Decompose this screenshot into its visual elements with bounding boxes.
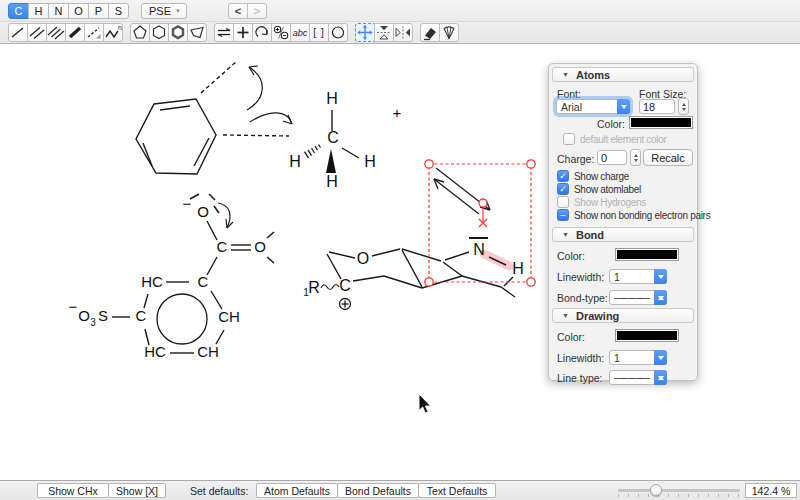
rotation-handle[interactable]	[479, 199, 487, 227]
benzoate-structure[interactable]: HC C CH CH HC C − O 3 S C O O −	[69, 194, 274, 360]
show-x-button[interactable]: Show [X]	[108, 483, 166, 498]
inspector-panel: ▼ Atoms Font: Font Size: Arial Color: de…	[548, 63, 698, 381]
show-atomlabel-label: Show atomlabel	[574, 184, 641, 195]
atom-label-o[interactable]: O	[254, 238, 266, 255]
atom-label-n[interactable]: N	[473, 241, 485, 258]
hashed-wedge-bond	[305, 145, 321, 159]
selection-handle[interactable]	[425, 278, 433, 286]
drawing-linewidth-select[interactable]: 1	[609, 350, 667, 365]
atom-label-h[interactable]: H	[512, 260, 524, 277]
zoom-slider-thumb[interactable]	[650, 484, 662, 496]
bond-linewidth-select[interactable]: 1	[609, 269, 667, 284]
show-chx-button[interactable]: Show CHx	[37, 483, 109, 498]
atom-label-o[interactable]: O	[197, 203, 209, 220]
atom-label-c[interactable]: C	[217, 238, 228, 255]
wavy-bond	[321, 285, 339, 290]
atom-label-o[interactable]: O	[78, 307, 90, 324]
show-atomlabel-checkbox[interactable]: ✓	[557, 183, 569, 195]
chevron-down-icon	[654, 350, 667, 365]
chair-structure[interactable]: O N H C 1 R	[303, 238, 524, 310]
disclosure-triangle-icon: ▼	[562, 231, 569, 238]
solid-wedge-bond	[326, 149, 336, 173]
bond-type-value: ————	[610, 292, 654, 303]
atom-color-label: Color:	[597, 118, 625, 130]
atom-label-h[interactable]: H	[326, 90, 338, 107]
atom-label-c[interactable]: C	[198, 273, 209, 290]
zoom-slider-track[interactable]	[618, 489, 740, 492]
dashed-bond	[223, 135, 289, 136]
font-size-input[interactable]	[639, 99, 675, 114]
atom-label-ch[interactable]: CH	[197, 343, 219, 360]
bond-linewidth-value: 1	[610, 271, 654, 283]
line-type-value: ————	[610, 372, 654, 383]
atom-label-c[interactable]: C	[136, 307, 147, 324]
drawing-linewidth-label: Linewidth:	[557, 352, 604, 364]
curved-arrow	[247, 66, 262, 110]
subscript-3: 3	[90, 317, 96, 328]
atom-label-h[interactable]: H	[364, 153, 376, 170]
text-defaults-button[interactable]: Text Defaults	[418, 483, 496, 498]
bond-section-header[interactable]: ▼ Bond	[552, 227, 694, 242]
font-select[interactable]: Arial	[556, 99, 630, 114]
charge-label: Charge:	[557, 153, 594, 165]
benzene-structure[interactable]	[136, 61, 292, 174]
atom-color-swatch[interactable]	[629, 116, 693, 129]
disclosure-triangle-icon: ▼	[562, 71, 569, 78]
bond-color-label: Color:	[557, 250, 585, 262]
disclosure-triangle-icon: ▼	[562, 312, 569, 319]
app-window: C H N O P S PSE ▼ < >	[0, 0, 800, 500]
atom-label-ch[interactable]: CH	[218, 308, 240, 325]
set-defaults-label: Set defaults:	[190, 485, 248, 497]
charge-input[interactable]	[597, 150, 627, 165]
atom-label-c[interactable]: C	[339, 277, 351, 294]
bond-type-select[interactable]: ————	[609, 290, 667, 305]
atom-label-hc[interactable]: HC	[141, 273, 163, 290]
default-element-color-label: default element color	[580, 134, 667, 145]
drawing-section-header[interactable]: ▼ Drawing	[552, 308, 694, 323]
drawing-color-label: Color:	[557, 331, 585, 343]
bond-color-swatch[interactable]	[615, 248, 679, 261]
bond-defaults-button[interactable]: Bond Defaults	[337, 483, 419, 498]
font-size-stepper[interactable]	[678, 98, 689, 115]
show-lone-pairs-checkbox[interactable]: –	[557, 209, 569, 221]
r-group-label[interactable]: R	[308, 279, 320, 296]
atom-label-hc[interactable]: HC	[144, 343, 166, 360]
line-type-select[interactable]: ————	[609, 370, 667, 385]
methane-structure[interactable]: C H H H H	[289, 90, 376, 190]
aromatic-circle	[157, 294, 207, 344]
atom-label-h[interactable]: H	[326, 173, 338, 190]
zoom-value[interactable]: 142.4 %	[745, 483, 797, 498]
show-charge-checkbox[interactable]: ✓	[557, 170, 569, 182]
plus-sign[interactable]: +	[393, 104, 402, 121]
bond-linewidth-label: Linewidth:	[557, 271, 604, 283]
drawing-section-title: Drawing	[576, 310, 619, 322]
selection-handle[interactable]	[527, 160, 535, 168]
line-type-label: Line type:	[557, 372, 603, 384]
show-hydrogens-checkbox[interactable]	[557, 196, 569, 208]
atom-label-c[interactable]: C	[327, 129, 339, 146]
status-bar: Show CHx Show [X] Set defaults: Atom Def…	[0, 480, 800, 500]
dashed-bond	[201, 61, 237, 93]
show-charge-label: Show charge	[574, 171, 629, 182]
charge-stepper[interactable]	[630, 149, 641, 166]
curved-arrow	[218, 203, 233, 228]
atom-label-h[interactable]: H	[289, 153, 301, 170]
chevron-down-icon	[617, 99, 630, 114]
drawing-linewidth-value: 1	[610, 352, 654, 364]
bond-type-label: Bond-type:	[557, 292, 608, 304]
selection-handle[interactable]	[425, 160, 433, 168]
atom-label-s[interactable]: S	[98, 307, 108, 324]
atom-label-o[interactable]: O	[357, 250, 369, 267]
positive-charge-icon	[340, 299, 351, 310]
selection-handle[interactable]	[527, 278, 535, 286]
bond-section-title: Bond	[576, 229, 604, 241]
benzene-ring	[136, 99, 216, 174]
recalc-button[interactable]: Recalc	[643, 149, 693, 166]
font-select-value: Arial	[557, 101, 617, 113]
show-hydrogens-label: Show Hydrogens	[574, 197, 646, 208]
atom-defaults-button[interactable]: Atom Defaults	[256, 483, 338, 498]
chevron-down-icon	[654, 269, 667, 284]
atoms-section-header[interactable]: ▼ Atoms	[552, 67, 694, 82]
default-element-color-checkbox[interactable]	[563, 133, 575, 145]
drawing-color-swatch[interactable]	[615, 329, 679, 342]
